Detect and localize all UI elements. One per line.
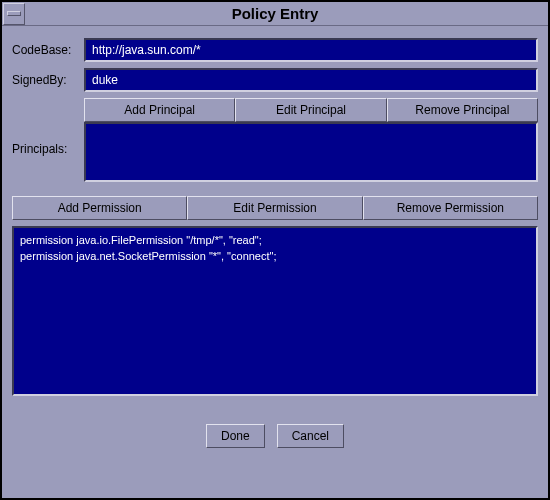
principals-section: Principals: Add Principal Edit Principal… (12, 98, 538, 182)
permissions-list[interactable]: permission java.io.FilePermission "/tmp/… (12, 226, 538, 396)
cancel-button[interactable]: Cancel (277, 424, 344, 448)
add-principal-button[interactable]: Add Principal (84, 98, 235, 122)
done-button[interactable]: Done (206, 424, 265, 448)
permission-item[interactable]: permission java.net.SocketPermission "*"… (20, 248, 530, 264)
policy-entry-window: Policy Entry CodeBase: SignedBy: Princip… (1, 1, 549, 499)
permission-button-row: Add Permission Edit Permission Remove Pe… (12, 196, 538, 220)
window-title: Policy Entry (2, 5, 548, 22)
content-area: CodeBase: SignedBy: Principals: Add Prin… (2, 26, 548, 498)
dialog-button-row: Done Cancel (12, 424, 538, 448)
principals-label: Principals: (12, 98, 84, 182)
remove-permission-button[interactable]: Remove Permission (363, 196, 538, 220)
principals-list[interactable] (84, 122, 538, 182)
principal-button-row: Add Principal Edit Principal Remove Prin… (84, 98, 538, 122)
edit-permission-button[interactable]: Edit Permission (187, 196, 362, 220)
signedby-input[interactable] (84, 68, 538, 92)
codebase-label: CodeBase: (12, 43, 84, 57)
codebase-row: CodeBase: (12, 38, 538, 62)
edit-principal-button[interactable]: Edit Principal (235, 98, 386, 122)
signedby-row: SignedBy: (12, 68, 538, 92)
codebase-input[interactable] (84, 38, 538, 62)
add-permission-button[interactable]: Add Permission (12, 196, 187, 220)
signedby-label: SignedBy: (12, 73, 84, 87)
principals-right: Add Principal Edit Principal Remove Prin… (84, 98, 538, 182)
remove-principal-button[interactable]: Remove Principal (387, 98, 538, 122)
titlebar: Policy Entry (2, 2, 548, 26)
permission-item[interactable]: permission java.io.FilePermission "/tmp/… (20, 232, 530, 248)
